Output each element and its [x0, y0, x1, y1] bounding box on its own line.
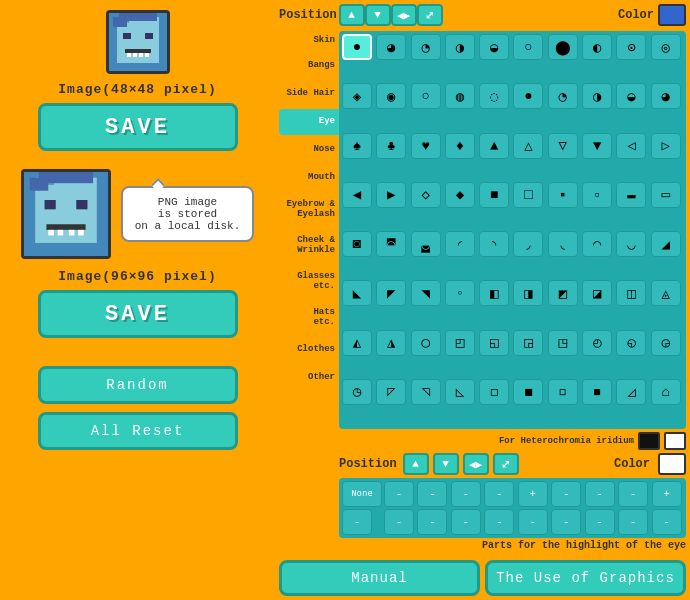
hcell-6[interactable]: -: [551, 481, 581, 507]
grid-cell-32[interactable]: ◇: [411, 182, 441, 208]
category-eye[interactable]: Eye: [279, 109, 339, 135]
grid-cell-40[interactable]: ◙: [342, 231, 372, 257]
grid-cell-55[interactable]: ◨: [513, 280, 543, 306]
category-cheek-wrinkle[interactable]: Cheek &Wrinkle: [279, 229, 339, 263]
grid-cell-16[interactable]: ◔: [548, 83, 578, 109]
grid-cell-74[interactable]: ◻: [479, 379, 509, 405]
grid-cell-11[interactable]: ◉: [376, 83, 406, 109]
random-button[interactable]: Random: [38, 366, 238, 404]
grid-cell-5[interactable]: ○: [513, 34, 543, 60]
hcell-12[interactable]: -: [417, 509, 447, 535]
grid-cell-22[interactable]: ♥: [411, 133, 441, 159]
bottom-pos-lr[interactable]: ◀▶: [463, 453, 489, 475]
grid-cell-72[interactable]: ◹: [411, 379, 441, 405]
grid-cell-78[interactable]: ◿: [616, 379, 646, 405]
grid-cell-0[interactable]: ●: [342, 34, 372, 60]
grid-cell-37[interactable]: ▫: [582, 182, 612, 208]
grid-cell-62[interactable]: ◯: [411, 330, 441, 356]
het-swatch-white[interactable]: [664, 432, 686, 450]
grid-cell-35[interactable]: □: [513, 182, 543, 208]
save-button-small[interactable]: SAVE: [38, 103, 238, 151]
grid-cell-63[interactable]: ◰: [445, 330, 475, 356]
bottom-pos-expand[interactable]: ⤢: [493, 453, 519, 475]
grid-cell-59[interactable]: ◬: [651, 280, 681, 306]
bottom-pos-down[interactable]: ▼: [433, 453, 459, 475]
grid-cell-28[interactable]: ◁: [616, 133, 646, 159]
grid-cell-58[interactable]: ◫: [616, 280, 646, 306]
grid-cell-33[interactable]: ◆: [445, 182, 475, 208]
grid-cell-15[interactable]: ●: [513, 83, 543, 109]
category-bangs[interactable]: Bangs: [279, 53, 339, 79]
save-button-large[interactable]: SAVE: [38, 290, 238, 338]
category-other[interactable]: Other: [279, 365, 339, 391]
grid-cell-49[interactable]: ◢: [651, 231, 681, 257]
grid-cell-54[interactable]: ◧: [479, 280, 509, 306]
none-button[interactable]: None: [342, 481, 382, 507]
grid-cell-26[interactable]: ▽: [548, 133, 578, 159]
hcell-4[interactable]: -: [484, 481, 514, 507]
hcell-10[interactable]: -: [342, 509, 372, 535]
grid-cell-70[interactable]: ◷: [342, 379, 372, 405]
bottom-color-swatch[interactable]: [658, 453, 686, 475]
grid-cell-76[interactable]: ◽: [548, 379, 578, 405]
hcell-15[interactable]: -: [518, 509, 548, 535]
grid-cell-64[interactable]: ◱: [479, 330, 509, 356]
grid-cell-56[interactable]: ◩: [548, 280, 578, 306]
allreset-button[interactable]: All Reset: [38, 412, 238, 450]
grid-cell-27[interactable]: ▼: [582, 133, 612, 159]
grid-cell-3[interactable]: ◑: [445, 34, 475, 60]
category-eyebrow-eyelash[interactable]: Eyebrow &Eyelash: [279, 193, 339, 227]
grid-cell-30[interactable]: ◀: [342, 182, 372, 208]
grid-cell-34[interactable]: ■: [479, 182, 509, 208]
grid-cell-12[interactable]: ○: [411, 83, 441, 109]
category-glasses[interactable]: Glassesetc.: [279, 265, 339, 299]
grid-cell-42[interactable]: ◛: [411, 231, 441, 257]
grid-cell-46[interactable]: ◟: [548, 231, 578, 257]
manual-button[interactable]: Manual: [279, 560, 480, 596]
grid-cell-53[interactable]: ◦: [445, 280, 475, 306]
grid-cell-44[interactable]: ◝: [479, 231, 509, 257]
grid-cell-31[interactable]: ▶: [376, 182, 406, 208]
hcell-11[interactable]: -: [384, 509, 414, 535]
hcell-3[interactable]: -: [451, 481, 481, 507]
grid-cell-48[interactable]: ◡: [616, 231, 646, 257]
grid-cell-71[interactable]: ◸: [376, 379, 406, 405]
grid-cell-4[interactable]: ◒: [479, 34, 509, 60]
grid-cell-57[interactable]: ◪: [582, 280, 612, 306]
hcell-7[interactable]: -: [585, 481, 615, 507]
grid-cell-65[interactable]: ◲: [513, 330, 543, 356]
grid-cell-51[interactable]: ◤: [376, 280, 406, 306]
hcell-1[interactable]: -: [384, 481, 414, 507]
grid-cell-43[interactable]: ◜: [445, 231, 475, 257]
grid-cell-21[interactable]: ♣: [376, 133, 406, 159]
hcell-17[interactable]: -: [585, 509, 615, 535]
grid-cell-60[interactable]: ◭: [342, 330, 372, 356]
category-clothes[interactable]: Clothes: [279, 337, 339, 363]
grid-cell-29[interactable]: ▷: [651, 133, 681, 159]
grid-cell-10[interactable]: ◈: [342, 83, 372, 109]
grid-cell-79[interactable]: ⌂: [651, 379, 681, 405]
hcell-5[interactable]: +: [518, 481, 548, 507]
category-mouth[interactable]: Mouth: [279, 165, 339, 191]
category-skin[interactable]: Skin: [279, 31, 339, 51]
hcell-13[interactable]: -: [451, 509, 481, 535]
use-graphics-button[interactable]: The Use of Graphics: [485, 560, 686, 596]
grid-cell-20[interactable]: ♠: [342, 133, 372, 159]
grid-cell-2[interactable]: ◔: [411, 34, 441, 60]
grid-cell-25[interactable]: △: [513, 133, 543, 159]
grid-cell-19[interactable]: ◕: [651, 83, 681, 109]
grid-cell-1[interactable]: ◕: [376, 34, 406, 60]
grid-cell-38[interactable]: ▬: [616, 182, 646, 208]
grid-cell-75[interactable]: ◼: [513, 379, 543, 405]
grid-cell-14[interactable]: ◌: [479, 83, 509, 109]
hcell-19[interactable]: -: [652, 509, 682, 535]
grid-cell-47[interactable]: ◠: [582, 231, 612, 257]
het-swatch-black[interactable]: [638, 432, 660, 450]
grid-cell-66[interactable]: ◳: [548, 330, 578, 356]
grid-cell-13[interactable]: ◍: [445, 83, 475, 109]
grid-cell-50[interactable]: ◣: [342, 280, 372, 306]
grid-cell-52[interactable]: ◥: [411, 280, 441, 306]
grid-cell-8[interactable]: ⊙: [616, 34, 646, 60]
grid-cell-6[interactable]: ⬤: [548, 34, 578, 60]
hcell-18[interactable]: -: [618, 509, 648, 535]
